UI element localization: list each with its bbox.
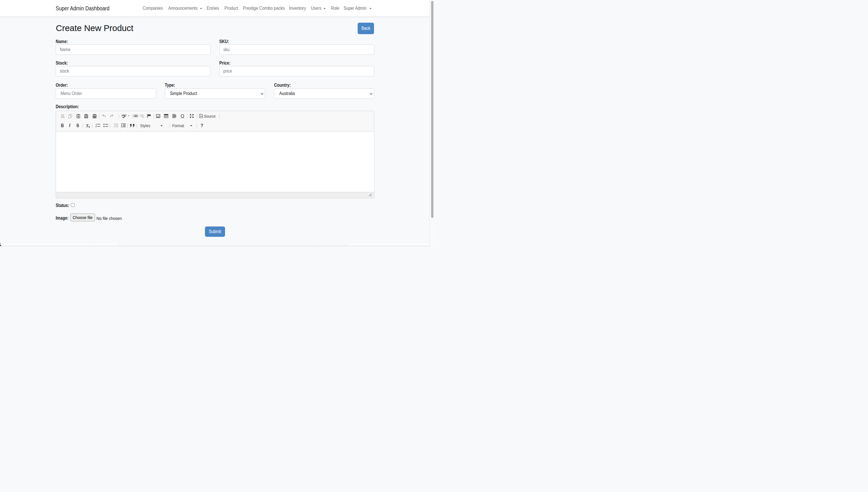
svg-text:1: 1 (96, 123, 97, 125)
svg-text:2: 2 (95, 125, 96, 127)
